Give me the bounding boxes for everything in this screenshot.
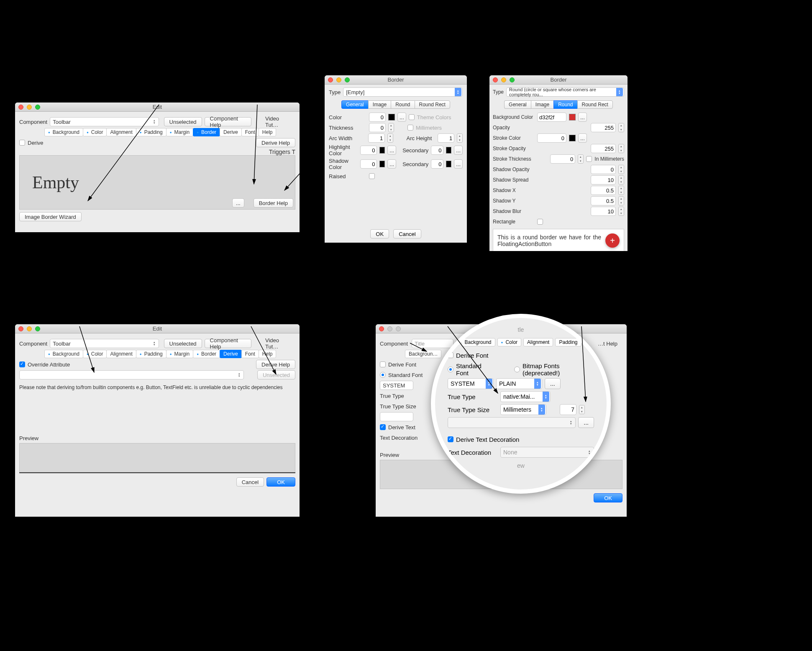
- close-icon[interactable]: [379, 326, 384, 331]
- derive-font-checkbox-side[interactable]: [380, 361, 386, 367]
- stroke-color-swatch[interactable]: [569, 135, 576, 141]
- zellipsis-button[interactable]: ...: [545, 378, 561, 389]
- shadow-swatch[interactable]: [379, 161, 385, 167]
- stroke-opacity-stepper[interactable]: ▴▾: [618, 144, 624, 153]
- seg-roundrect[interactable]: Round Rect: [415, 100, 450, 109]
- zstandard-font-radio[interactable]: [448, 367, 453, 372]
- tab-alignment[interactable]: Alignment: [106, 350, 136, 358]
- derive-help-button[interactable]: Derive Help: [256, 360, 295, 369]
- shadow-field[interactable]: [360, 159, 377, 169]
- color-field[interactable]: [369, 113, 386, 122]
- zoom-icon[interactable]: [396, 326, 401, 331]
- tab-border[interactable]: Border: [193, 350, 220, 358]
- seg-round[interactable]: Round: [391, 100, 414, 109]
- zoom-icon[interactable]: [35, 105, 40, 110]
- ztab-background[interactable]: Background: [461, 338, 495, 346]
- unselected-button[interactable]: Unselected: [164, 339, 202, 348]
- border-help-button[interactable]: Border Help: [254, 198, 293, 208]
- zmillimeters-select[interactable]: Millimeters: [500, 404, 546, 415]
- bg-color-field[interactable]: [537, 113, 566, 122]
- shadow-y-field[interactable]: [591, 196, 616, 205]
- video-tutorial-link[interactable]: Video Tut…: [260, 117, 295, 126]
- shadow-more[interactable]: ...: [387, 159, 396, 169]
- stroke-color-field[interactable]: [537, 133, 566, 143]
- component-help-button[interactable]: Component Help: [205, 339, 252, 348]
- shadow-x-stepper[interactable]: ▴▾: [618, 186, 624, 195]
- secondary-more[interactable]: ...: [454, 146, 463, 155]
- tab-help[interactable]: Help: [259, 128, 277, 136]
- shadow-spread-stepper[interactable]: ▴▾: [618, 175, 624, 185]
- arc-height-stepper[interactable]: ▴▾: [457, 133, 463, 143]
- millimeters-checkbox[interactable]: [407, 125, 413, 131]
- stroke-thickness-field[interactable]: [550, 154, 575, 164]
- stroke-opacity-field[interactable]: [591, 144, 616, 153]
- zsize-stepper[interactable]: ▴▾: [579, 405, 585, 414]
- bg-color-swatch[interactable]: [569, 114, 576, 120]
- thickness-stepper[interactable]: ▴▾: [388, 123, 394, 132]
- tab-help[interactable]: Help: [259, 350, 277, 358]
- shadow-opacity-stepper[interactable]: ▴▾: [618, 165, 624, 174]
- override-checkbox[interactable]: [19, 361, 25, 367]
- highlight-field[interactable]: [360, 146, 377, 155]
- unselected-button[interactable]: Unselected: [164, 117, 202, 126]
- shadow-x-field[interactable]: [591, 186, 616, 195]
- component-select[interactable]: Title: [412, 339, 453, 348]
- arc-height-field[interactable]: [438, 133, 454, 143]
- seg-image[interactable]: Image: [368, 100, 391, 109]
- video-tutorial-link[interactable]: Video Tut…: [260, 339, 295, 348]
- unselected-action-button[interactable]: Unselected: [257, 370, 295, 379]
- zfont-ellipsis-button[interactable]: ...: [578, 417, 594, 428]
- seg-image[interactable]: Image: [531, 100, 553, 109]
- close-icon[interactable]: [328, 77, 333, 82]
- ok-button[interactable]: OK: [370, 229, 389, 238]
- tab-border[interactable]: Border: [193, 128, 220, 136]
- standard-font-radio-side[interactable]: [380, 372, 386, 378]
- cancel-button[interactable]: Cancel: [236, 477, 264, 487]
- tab-background[interactable]: Background: [44, 350, 83, 358]
- cancel-button[interactable]: Cancel: [393, 229, 421, 238]
- tab-derive[interactable]: Derive: [220, 350, 242, 358]
- shadow-spread-field[interactable]: [591, 175, 616, 185]
- ztrue-type-select[interactable]: native:Mai...: [500, 391, 551, 402]
- ok-button[interactable]: OK: [266, 477, 295, 487]
- seg-roundrect[interactable]: Round Rect: [577, 100, 613, 109]
- tab-margin[interactable]: Margin: [166, 350, 194, 358]
- zoom-icon[interactable]: [510, 77, 515, 82]
- zderive-font-checkbox[interactable]: [448, 352, 453, 358]
- stroke-color-more[interactable]: ...: [578, 133, 587, 143]
- seg-general[interactable]: General: [504, 100, 531, 109]
- color-swatch[interactable]: [388, 114, 395, 120]
- rectangle-checkbox[interactable]: [537, 219, 543, 225]
- zbitmap-fonts-radio[interactable]: [514, 367, 520, 372]
- type-select[interactable]: [Empty]: [343, 87, 463, 97]
- theme-colors-checkbox[interactable]: [409, 114, 415, 120]
- opacity-stepper[interactable]: ▴▾: [618, 123, 624, 132]
- zoom-icon[interactable]: [35, 326, 40, 331]
- type-select[interactable]: Round (circle or square whose corners ar…: [506, 87, 624, 97]
- arc-width-stepper[interactable]: ▴▾: [387, 133, 393, 143]
- opacity-field[interactable]: [591, 123, 616, 132]
- derive-checkbox[interactable]: [19, 140, 25, 146]
- zfont-file-select[interactable]: [448, 417, 576, 428]
- zderive-text-deco-checkbox[interactable]: [448, 436, 453, 442]
- tab-background-side[interactable]: Backgroun…: [405, 350, 441, 358]
- ok-button[interactable]: OK: [594, 493, 622, 502]
- bg-color-more[interactable]: ...: [578, 113, 587, 122]
- tab-color[interactable]: Color: [83, 350, 107, 358]
- derive-text-checkbox-side[interactable]: [380, 424, 386, 430]
- secondary-swatch[interactable]: [446, 147, 451, 154]
- tab-derive[interactable]: Derive: [220, 128, 242, 136]
- minimize-icon[interactable]: [27, 326, 32, 331]
- component-select[interactable]: Toolbar: [50, 117, 159, 126]
- close-icon[interactable]: [18, 105, 23, 110]
- thickness-field[interactable]: [369, 123, 386, 132]
- shadow-opacity-field[interactable]: [591, 165, 616, 174]
- system-select-side[interactable]: SYSTEM: [380, 381, 413, 390]
- secondary2-field[interactable]: [431, 159, 443, 169]
- shadow-y-stepper[interactable]: ▴▾: [618, 196, 624, 205]
- minimize-icon[interactable]: [501, 77, 506, 82]
- ztab-alignment[interactable]: Alignment: [523, 338, 553, 346]
- tab-font[interactable]: Font: [241, 128, 259, 136]
- zsystem-select[interactable]: SYSTEM: [448, 378, 494, 389]
- component-select[interactable]: Toolbar: [50, 339, 159, 348]
